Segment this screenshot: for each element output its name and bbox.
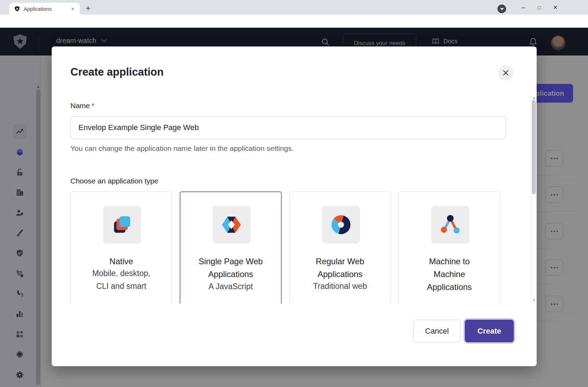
choose-type-label: Choose an application type [70,177,500,185]
browser-toolbar: ← → ⟳ manage.auth0.com/dashboard/eu/drea… [0,15,588,28]
scroll-up-icon[interactable]: ▲ [532,96,536,100]
card-title: Machine to Machine Applications [399,255,500,293]
card-description: Traditional web [290,280,391,293]
modal-scrollbar-thumb[interactable] [532,100,536,194]
tab-close-icon[interactable]: × [69,5,76,12]
app-type-card-m2m[interactable]: Machine to Machine Applications [399,191,500,303]
app-type-card-native[interactable]: Native Mobile, desktop, CLI and smart [70,191,172,303]
auth0-favicon-icon [14,6,20,12]
create-application-modal: Create application Name* You can change … [52,46,537,366]
close-icon [502,69,509,76]
scroll-down-icon[interactable]: ▼ [532,299,536,302]
required-asterisk: * [92,102,94,110]
name-helper-text: You can change the application name late… [70,144,500,153]
create-button[interactable]: Create [465,320,514,342]
card-description: Mobile, desktop, CLI and smart [71,267,172,293]
application-name-input[interactable] [70,116,506,139]
new-tab-button[interactable]: + [83,3,93,13]
spa-app-icon [212,206,250,244]
application-type-cards: Native Mobile, desktop, CLI and smart Si… [70,191,500,303]
cancel-button[interactable]: Cancel [413,320,461,342]
modal-title: Create application [70,66,164,78]
tab-title: Applications [24,6,69,12]
browser-tab[interactable]: Applications × [9,3,80,15]
modal-body: Name* You can change the application nam… [52,95,531,303]
modal-close-button[interactable] [498,65,513,80]
name-label: Name* [70,102,500,110]
window-close-button[interactable]: × [547,0,563,15]
app-type-card-spa[interactable]: Single Page Web Applications A JavaScrip… [180,191,281,303]
native-app-icon [103,206,141,244]
browser-tab-strip: Applications × + – □ × [0,0,588,15]
card-title: Single Page Web Applications [180,255,281,281]
window-minimize-button[interactable]: – [515,0,531,15]
regular-web-app-icon [322,206,360,244]
card-title: Regular Web Applications [290,255,391,281]
app-type-card-regular-web[interactable]: Regular Web Applications Traditional web [289,191,391,303]
modal-scrollbar[interactable]: ▲ ▼ [531,95,537,303]
window-maximize-button[interactable]: □ [531,0,547,15]
card-description: A JavaScript [180,280,281,293]
caret-down-icon [500,8,504,10]
m2m-app-icon [431,206,469,244]
tab-search-button[interactable] [497,5,506,13]
card-title: Native [71,255,172,268]
